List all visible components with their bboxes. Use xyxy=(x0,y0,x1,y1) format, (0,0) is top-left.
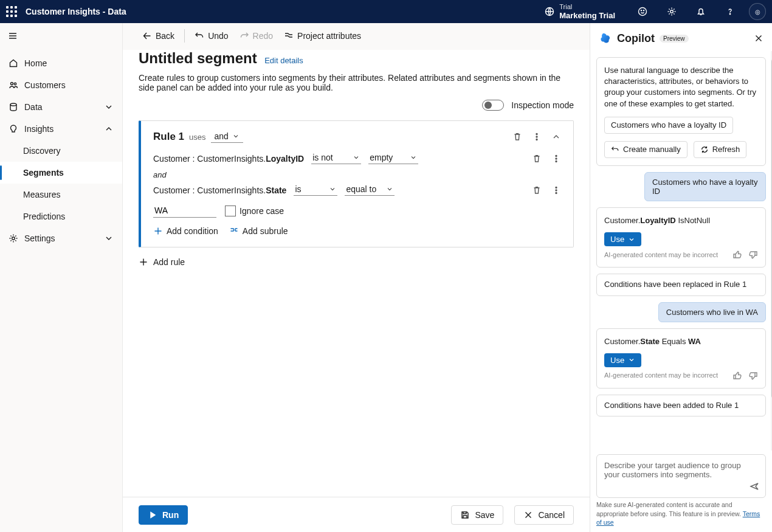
delete-condition-icon[interactable] xyxy=(532,185,542,195)
use-suggestion-button[interactable]: Use xyxy=(604,232,641,246)
copilot-placeholder: Describe your target audience to group y… xyxy=(604,461,741,479)
condition-attribute[interactable]: Customer : CustomerInsights.LoyaltyID xyxy=(153,154,304,164)
thumbs-up-icon[interactable] xyxy=(732,371,742,381)
env-name: Marketing Trial xyxy=(559,11,615,21)
svg-point-13 xyxy=(556,155,557,156)
rule-combiner-select[interactable]: and xyxy=(211,131,243,143)
user-avatar[interactable]: ◎ xyxy=(749,3,766,20)
delete-rule-icon[interactable] xyxy=(512,132,522,142)
svg-point-8 xyxy=(10,103,16,106)
chevron-down-icon xyxy=(628,236,635,243)
sidebar-item-measures[interactable]: Measures xyxy=(0,184,122,206)
sidebar-item-home[interactable]: Home xyxy=(0,52,122,74)
sidebar-item-predictions[interactable]: Predictions xyxy=(0,206,122,227)
use-suggestion-button[interactable]: Use xyxy=(604,353,641,367)
example-chip[interactable]: Customers who have a loyalty ID xyxy=(604,117,733,134)
collapse-rule-icon[interactable] xyxy=(551,132,561,142)
chevron-down-icon xyxy=(353,154,360,161)
insights-icon xyxy=(9,124,18,134)
svg-point-12 xyxy=(536,139,537,140)
send-button[interactable] xyxy=(750,482,759,491)
copilot-intro-message: Use natural language to describe the cha… xyxy=(596,57,766,166)
more-icon[interactable] xyxy=(551,154,561,164)
rule-name: Rule 1 xyxy=(153,131,184,143)
help-button[interactable] xyxy=(720,1,740,22)
copilot-input[interactable]: Describe your target audience to group y… xyxy=(596,454,766,498)
svg-point-4 xyxy=(670,10,674,13)
redo-button[interactable]: Redo xyxy=(236,27,277,45)
svg-point-18 xyxy=(556,192,557,193)
svg-point-16 xyxy=(556,187,557,188)
feedback-button[interactable] xyxy=(632,1,653,22)
close-copilot-button[interactable] xyxy=(754,33,763,43)
close-icon xyxy=(754,33,763,43)
condition-row-1: Customer : CustomerInsights.LoyaltyID is… xyxy=(153,153,561,164)
copilot-messages[interactable]: Use natural language to describe the cha… xyxy=(590,51,772,451)
sidebar-item-segments[interactable]: Segments xyxy=(0,162,122,184)
copilot-disclaimer: Make sure AI-generated content is accura… xyxy=(590,499,772,532)
chevron-down-icon xyxy=(386,185,393,193)
back-button[interactable]: Back xyxy=(139,27,178,45)
sidebar-item-customers[interactable]: Customers xyxy=(0,74,122,96)
sidebar-item-settings[interactable]: Settings xyxy=(0,227,122,249)
send-icon xyxy=(750,482,759,491)
bell-icon xyxy=(696,7,706,16)
redo-icon xyxy=(240,31,249,41)
undo-icon xyxy=(195,31,204,41)
undo-button[interactable]: Undo xyxy=(191,27,232,45)
help-icon xyxy=(725,7,735,16)
project-attributes-button[interactable]: Project attributes xyxy=(280,27,365,45)
condition-value-input[interactable] xyxy=(153,204,216,218)
refresh-button[interactable]: Refresh xyxy=(694,141,747,158)
add-rule-button[interactable]: Add rule xyxy=(139,257,574,267)
cancel-button[interactable]: Cancel xyxy=(514,505,574,525)
thumbs-up-icon[interactable] xyxy=(732,250,742,260)
condition-value-select[interactable]: equal to xyxy=(345,184,395,196)
copilot-icon xyxy=(599,32,612,45)
segment-description: Create rules to group customers into seg… xyxy=(139,73,564,92)
condition-attribute[interactable]: Customer : CustomerInsights.State xyxy=(153,185,286,195)
sidebar-item-data[interactable]: Data xyxy=(0,96,122,118)
delete-condition-icon[interactable] xyxy=(532,154,542,164)
svg-point-15 xyxy=(556,161,557,162)
more-icon[interactable] xyxy=(551,185,561,195)
condition-value-select[interactable]: empty xyxy=(368,153,418,164)
thumbs-down-icon[interactable] xyxy=(748,371,758,381)
more-icon[interactable] xyxy=(532,132,542,142)
plus-icon xyxy=(153,226,163,236)
command-bar: Back Undo Redo Project attributes xyxy=(123,23,590,49)
gear-icon xyxy=(9,233,18,243)
svg-point-6 xyxy=(11,83,13,85)
chevron-down-icon xyxy=(232,133,240,140)
sidebar-toggle[interactable] xyxy=(0,23,26,49)
chevron-down-icon xyxy=(104,233,114,243)
gear-icon xyxy=(667,7,677,16)
add-subrule-button[interactable]: Add subrule xyxy=(229,226,288,236)
separator xyxy=(184,29,185,43)
svg-point-5 xyxy=(729,13,730,14)
globe-icon xyxy=(545,7,554,16)
add-condition-button[interactable]: Add condition xyxy=(153,226,218,236)
play-icon xyxy=(148,510,157,520)
arrow-left-icon xyxy=(142,31,152,41)
edit-details-link[interactable]: Edit details xyxy=(264,56,303,65)
run-button[interactable]: Run xyxy=(139,505,188,525)
subrule-icon xyxy=(229,226,239,236)
thumbs-down-icon[interactable] xyxy=(748,250,758,260)
sidebar-item-insights[interactable]: Insights xyxy=(0,118,122,140)
svg-point-9 xyxy=(12,237,15,240)
chevron-down-icon xyxy=(410,154,417,161)
ignore-case-checkbox[interactable]: Ignore case xyxy=(225,206,284,216)
notifications-button[interactable] xyxy=(691,1,711,22)
inspection-toggle[interactable] xyxy=(482,100,504,111)
condition-operator-select[interactable]: is xyxy=(294,184,337,196)
save-button[interactable]: Save xyxy=(451,505,503,525)
settings-button[interactable] xyxy=(661,1,682,22)
sidebar-item-discovery[interactable]: Discovery xyxy=(0,140,122,162)
app-launcher-icon[interactable] xyxy=(6,6,17,17)
environment-picker[interactable]: Trial Marketing Trial xyxy=(545,3,615,21)
condition-operator-select[interactable]: is not xyxy=(311,153,361,164)
chevron-down-icon xyxy=(628,356,635,364)
create-manually-button[interactable]: Create manually xyxy=(604,141,688,158)
svg-point-17 xyxy=(556,190,557,191)
